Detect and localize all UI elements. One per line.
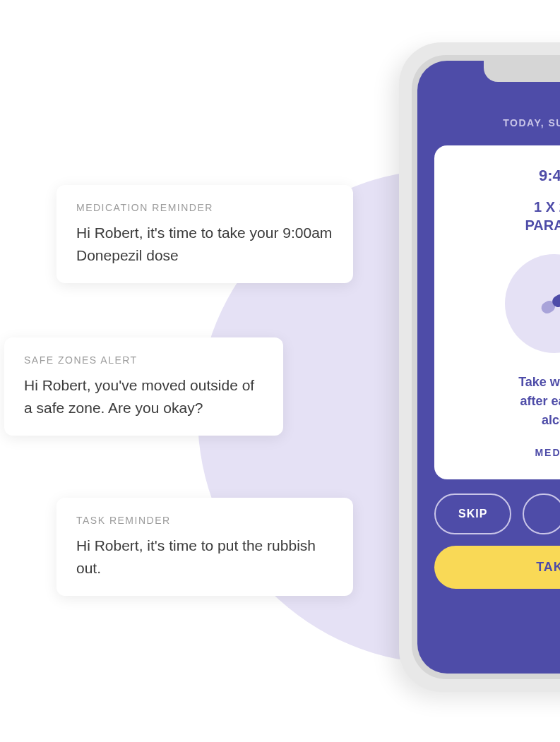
section-label: MEDIC [451,447,560,458]
dose-line-1: 1 X 20 [534,199,560,215]
phone-frame: TODAY, SUNDAY 2 9:40 1 X 20 PARACE [399,42,560,692]
secondary-button[interactable] [523,493,560,534]
instructions-line-2: after eating [520,394,560,408]
medication-dose: 1 X 20 PARACE [451,198,560,234]
notification-text: Hi Robert, it's time to put the rubbish … [76,534,333,579]
phone-screen: TODAY, SUNDAY 2 9:40 1 X 20 PARACE [417,61,560,674]
notification-text: Hi Robert, it's time to take your 9:00am… [76,222,333,266]
medication-time: 9:40 [451,167,560,185]
notification-card-safezone: SAFE ZONES ALERT Hi Robert, you've moved… [4,337,283,436]
skip-button[interactable]: SKIP [434,493,511,534]
button-row: SKIP [434,493,560,534]
instructions-line-3: alco [542,413,560,427]
notification-text: Hi Robert, you've moved outside of a saf… [24,374,263,419]
date-header: TODAY, SUNDAY 2 [434,117,560,128]
take-button[interactable]: TAKE [434,546,560,589]
phone-notch [484,61,560,82]
pill-icon [533,282,560,325]
medication-instructions: Take with gl after eating alco [451,373,560,430]
notification-label: TASK REMINDER [76,515,333,526]
notification-label: MEDICATION REMINDER [76,202,333,213]
notification-label: SAFE ZONES ALERT [24,354,263,366]
medication-card: 9:40 1 X 20 PARACE Take with gl after [434,145,560,479]
notification-card-medication: MEDICATION REMINDER Hi Robert, it's time… [56,185,353,283]
dose-line-2: PARACE [525,217,560,233]
phone-bezel: TODAY, SUNDAY 2 9:40 1 X 20 PARACE [412,55,560,679]
pill-circle [505,254,560,353]
instructions-line-1: Take with gl [518,375,560,389]
notification-card-task: TASK REMINDER Hi Robert, it's time to pu… [56,498,353,596]
